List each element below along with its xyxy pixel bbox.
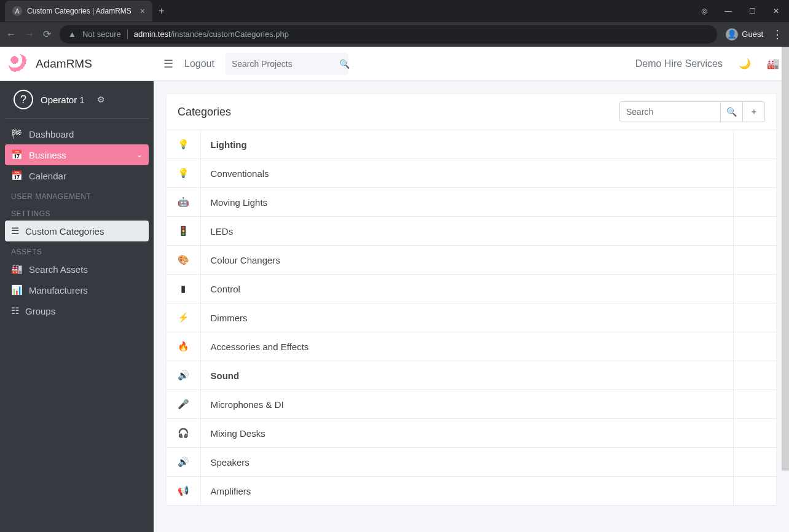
- sidebar-item-search-assets[interactable]: 🏭 Search Assets: [5, 259, 149, 280]
- sidebar-item-manufacturers[interactable]: 📊 Manufacturers: [5, 280, 149, 300]
- table-row[interactable]: 🎨Colour Changers: [167, 246, 776, 275]
- sidebar-item-label: Manufacturers: [29, 285, 88, 295]
- table-row[interactable]: 🚦LEDs: [167, 217, 776, 246]
- table-row[interactable]: ▮Control: [167, 275, 776, 303]
- close-window-icon[interactable]: ✕: [773, 7, 779, 15]
- categories-card: Categories 🔍 ＋ 💡Lighting💡Conventionals🤖M…: [166, 93, 777, 506]
- calendar-icon: 📅: [11, 149, 23, 160]
- category-name: Amplifiers: [200, 477, 733, 506]
- not-secure-label: Not secure: [82, 29, 121, 39]
- sidebar-user[interactable]: ? Operator 1 ⚙: [5, 81, 149, 119]
- warehouse-icon: 🏭: [11, 264, 23, 275]
- forward-button: →: [25, 29, 34, 40]
- card-header-actions: 🔍 ＋: [619, 101, 765, 122]
- category-name: Speakers: [200, 448, 733, 477]
- table-row[interactable]: 🎤Microphones & DI: [167, 390, 776, 419]
- new-tab-button[interactable]: +: [159, 6, 164, 17]
- address-input[interactable]: ▲ Not secure admin.test/instances/custom…: [60, 25, 717, 44]
- category-icon: 🎧: [167, 419, 200, 448]
- chevron-down-icon: ⌄: [136, 151, 143, 159]
- target-icon[interactable]: ◎: [701, 7, 707, 15]
- menu-toggle-icon[interactable]: ☰: [163, 57, 173, 71]
- add-button[interactable]: ＋: [743, 101, 765, 122]
- browser-tab[interactable]: A Custom Categories | AdamRMS ×: [5, 1, 152, 22]
- window-controls: ◎ — ☐ ✕: [701, 7, 784, 15]
- table-row[interactable]: 📢Amplifiers: [167, 477, 776, 506]
- category-actions: [733, 477, 776, 506]
- sidebar-item-dashboard[interactable]: 🏁 Dashboard: [5, 123, 149, 144]
- nav-header-settings: SETTINGS: [5, 203, 149, 221]
- topbar: ☰ Logout 🔍 Demo Hire Services 🌙 🏭: [154, 47, 789, 81]
- user-name: Operator 1: [41, 95, 85, 105]
- category-icon: 💡: [167, 159, 200, 188]
- maximize-icon[interactable]: ☐: [749, 7, 756, 15]
- tab-title: Custom Categories | AdamRMS: [27, 7, 132, 15]
- search-icon[interactable]: 🔍: [339, 59, 350, 69]
- back-button[interactable]: ←: [6, 29, 16, 40]
- calendar-icon: 📅: [11, 170, 23, 181]
- table-row[interactable]: ⚡Dimmers: [167, 303, 776, 332]
- sidebar-item-groups[interactable]: ☷ Groups: [5, 300, 149, 321]
- search-projects-input[interactable]: [232, 59, 339, 69]
- sidebar-item-custom-categories[interactable]: ☰ Custom Categories: [5, 221, 149, 241]
- category-actions: [733, 332, 776, 361]
- scrollbar[interactable]: [782, 47, 789, 471]
- sidebar-item-label: Business: [29, 150, 66, 160]
- list-icon: ☰: [11, 225, 19, 237]
- category-name: Lighting: [200, 130, 733, 159]
- category-icon: 🎨: [167, 246, 200, 275]
- browser-tab-bar: A Custom Categories | AdamRMS × + ◎ — ☐ …: [0, 0, 789, 22]
- minimize-icon[interactable]: —: [724, 7, 732, 15]
- brand[interactable]: AdamRMS: [0, 47, 154, 81]
- warehouse-icon[interactable]: 🏭: [767, 58, 779, 69]
- category-name: Sound: [200, 361, 733, 390]
- category-search[interactable]: [619, 101, 721, 122]
- category-name: LEDs: [200, 217, 733, 246]
- logout-link[interactable]: Logout: [184, 58, 214, 69]
- table-row[interactable]: 🎧Mixing Desks: [167, 419, 776, 448]
- not-secure-icon: ▲: [68, 29, 76, 39]
- category-name: Control: [200, 275, 733, 303]
- sidebar-item-business[interactable]: 📅 Business ⌄: [5, 144, 149, 165]
- layers-icon: ☷: [11, 305, 19, 316]
- browser-menu-button[interactable]: ⋮: [772, 28, 783, 41]
- category-name: Microphones & DI: [200, 390, 733, 419]
- gear-icon[interactable]: ⚙: [97, 95, 105, 104]
- moon-icon[interactable]: 🌙: [739, 58, 751, 69]
- table-row[interactable]: 🔊Sound: [167, 361, 776, 390]
- profile-button[interactable]: 👤 Guest: [726, 28, 763, 41]
- category-actions: [733, 275, 776, 303]
- reload-button[interactable]: ⟳: [43, 28, 51, 40]
- search-button[interactable]: 🔍: [721, 101, 743, 122]
- sidebar-item-label: Calendar: [29, 171, 66, 181]
- category-actions: [733, 419, 776, 448]
- category-icon: 🎤: [167, 390, 200, 419]
- browser-address-bar: ← → ⟳ ▲ Not secure admin.test/instances/…: [0, 22, 789, 47]
- category-icon: 🔊: [167, 448, 200, 477]
- separator: [127, 29, 128, 39]
- nav-header-assets: ASSETS: [5, 241, 149, 259]
- category-actions: [733, 130, 776, 159]
- table-row[interactable]: 💡Conventionals: [167, 159, 776, 188]
- category-name: Colour Changers: [200, 246, 733, 275]
- table-row[interactable]: 🔊Speakers: [167, 448, 776, 477]
- instance-name[interactable]: Demo Hire Services: [635, 58, 723, 69]
- category-icon: 📢: [167, 477, 200, 506]
- content: Categories 🔍 ＋ 💡Lighting💡Conventionals🤖M…: [154, 81, 789, 506]
- category-actions: [733, 448, 776, 477]
- avatar: ?: [14, 90, 33, 109]
- table-row[interactable]: 💡Lighting: [167, 130, 776, 159]
- table-row[interactable]: 🤖Moving Lights: [167, 188, 776, 217]
- category-name: Conventionals: [200, 159, 733, 188]
- gauge-icon: 🏁: [11, 128, 23, 139]
- table-row[interactable]: 🔥Accessories and Effects: [167, 332, 776, 361]
- category-search-input[interactable]: [626, 107, 714, 117]
- main: ☰ Logout 🔍 Demo Hire Services 🌙 🏭 Catego…: [154, 47, 789, 532]
- category-actions: [733, 217, 776, 246]
- sidebar-item-calendar[interactable]: 📅 Calendar: [5, 165, 149, 186]
- brand-name: AdamRMS: [36, 57, 92, 71]
- close-tab-icon[interactable]: ×: [140, 6, 145, 16]
- search-projects[interactable]: 🔍: [226, 53, 348, 75]
- category-name: Accessories and Effects: [200, 332, 733, 361]
- sidebar-item-label: Custom Categories: [25, 226, 104, 237]
